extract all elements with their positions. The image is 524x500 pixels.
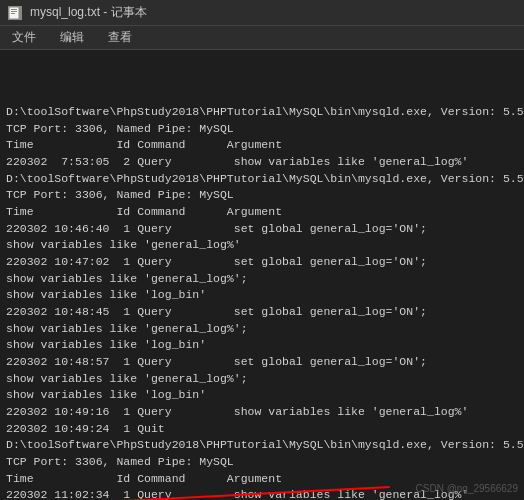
log-line: TCP Port: 3306, Named Pipe: MySQL bbox=[6, 121, 518, 138]
log-line: show variables like 'general_log%'; bbox=[6, 271, 518, 288]
log-line: show variables like 'log_bin' bbox=[6, 387, 518, 404]
log-line: show variables like 'log_bin' bbox=[6, 287, 518, 304]
log-line: D:\toolSoftware\PhpStudy2018\PHPTutorial… bbox=[6, 171, 518, 188]
log-line: 220302 10:47:02 1 Query set global gener… bbox=[6, 254, 518, 271]
watermark: CSDN @nq_29566629 bbox=[416, 482, 518, 497]
menu-edit[interactable]: 编辑 bbox=[56, 28, 88, 47]
log-line: show variables like 'general_log%'; bbox=[6, 321, 518, 338]
log-line: 220302 10:48:57 1 Query set global gener… bbox=[6, 354, 518, 371]
log-line: 220302 7:53:05 2 Query show variables li… bbox=[6, 154, 518, 171]
log-line: D:\toolSoftware\PhpStudy2018\PHPTutorial… bbox=[6, 437, 518, 454]
log-line: Time Id Command Argument bbox=[6, 204, 518, 221]
log-line: TCP Port: 3306, Named Pipe: MySQL bbox=[6, 454, 518, 471]
content-area[interactable]: D:\toolSoftware\PhpStudy2018\PHPTutorial… bbox=[0, 50, 524, 500]
log-line: show variables like 'log_bin' bbox=[6, 337, 518, 354]
log-line: show variables like 'general_log%' bbox=[6, 237, 518, 254]
log-line: 220302 10:49:24 1 Quit bbox=[6, 421, 518, 438]
window: mysql_log.txt - 记事本 文件 编辑 查看 D:\toolSoft… bbox=[0, 0, 524, 500]
title-text: mysql_log.txt - 记事本 bbox=[30, 4, 147, 21]
log-line: 220302 10:49:16 1 Query show variables l… bbox=[6, 404, 518, 421]
log-line: TCP Port: 3306, Named Pipe: MySQL bbox=[6, 187, 518, 204]
log-line: D:\toolSoftware\PhpStudy2018\PHPTutorial… bbox=[6, 104, 518, 121]
title-bar: mysql_log.txt - 记事本 bbox=[0, 0, 524, 26]
log-line: 220302 10:48:45 1 Query set global gener… bbox=[6, 304, 518, 321]
log-line: show variables like 'general_log%'; bbox=[6, 371, 518, 388]
svg-rect-3 bbox=[11, 13, 15, 14]
log-line: 220302 10:46:40 1 Query set global gener… bbox=[6, 221, 518, 238]
menu-bar: 文件 编辑 查看 bbox=[0, 26, 524, 50]
log-line: Time Id Command Argument bbox=[6, 137, 518, 154]
svg-rect-1 bbox=[11, 9, 17, 10]
svg-rect-2 bbox=[11, 11, 17, 12]
notepad-icon bbox=[8, 6, 22, 20]
menu-file[interactable]: 文件 bbox=[8, 28, 40, 47]
menu-view[interactable]: 查看 bbox=[104, 28, 136, 47]
